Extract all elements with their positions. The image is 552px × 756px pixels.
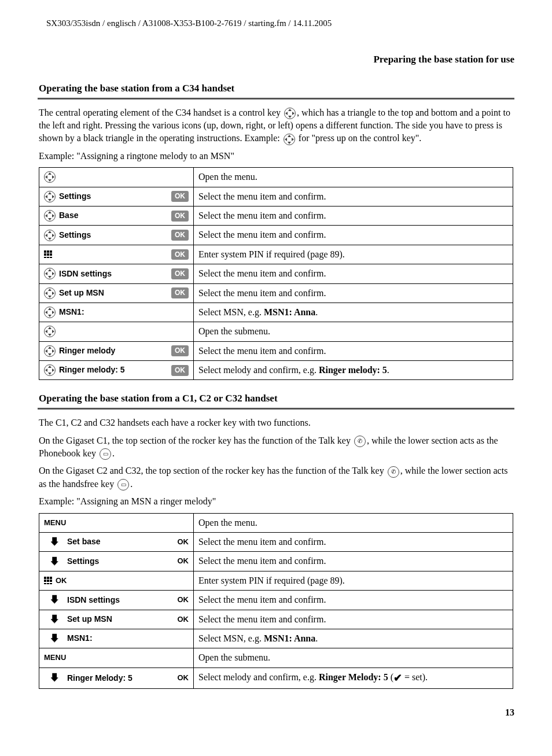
table-row: 🡇Set baseOKSelect the menu item and conf… xyxy=(39,532,513,551)
table-row: OKEnter system PIN if required (page 89)… xyxy=(39,245,513,264)
menu-item-label: Set up MSN xyxy=(67,614,112,625)
check-icon: ✔ xyxy=(393,672,402,684)
step-action-cell: ISDN settingsOK xyxy=(39,264,194,283)
table-row: 🡇ISDN settingsOKSelect the menu item and… xyxy=(39,591,513,610)
ok-label: OK xyxy=(178,614,189,625)
section1-steps-table: Open the menu.SettingsOKSelect the menu … xyxy=(39,167,513,380)
ok-label: OK xyxy=(178,595,189,605)
menu-item-label: MSN1: xyxy=(67,633,93,644)
step-action-cell: 🡇Ringer Melody: 5OK xyxy=(39,668,194,688)
step-description-cell: Select the menu item and confirm. xyxy=(194,264,513,283)
section-rule xyxy=(38,408,514,410)
step-description-cell: Select the menu item and confirm. xyxy=(194,591,513,610)
arrow-down-icon: 🡇 xyxy=(50,537,60,547)
manual-page: SX303/353isdn / englisch / A31008-X353-B… xyxy=(0,0,552,742)
section1-para1: The central operating element of the C34… xyxy=(39,106,513,145)
step-description-cell: Select the menu item and confirm. xyxy=(194,341,513,360)
table-row: SettingsOKSelect the menu item and confi… xyxy=(39,187,513,206)
section1-example-label: Example: "Assigning a ringtone melody to… xyxy=(39,150,513,163)
table-row: Open the submenu. xyxy=(39,322,513,341)
section2-para1: The C1, C2 and C32 handsets each have a … xyxy=(39,416,513,429)
step-action-cell: MENU xyxy=(39,513,194,532)
step-action-cell: Ringer melodyOK xyxy=(39,341,194,360)
ok-button: OK xyxy=(171,191,189,202)
step-description-cell: Select melody and confirm, e.g. Ringer m… xyxy=(194,361,513,380)
step-action-cell: 🡇MSN1: xyxy=(39,629,194,648)
step-description-cell: Select the menu item and confirm. xyxy=(194,283,513,303)
menu-item-label: Ringer Melody: 5 xyxy=(67,673,133,684)
ok-button: OK xyxy=(171,268,189,279)
table-row: OKEnter system PIN if required (page 89)… xyxy=(39,571,513,590)
handsfree-key-icon: ▭ xyxy=(117,479,129,491)
control-key-icon xyxy=(44,191,56,202)
page-title: Preparing the base station for use xyxy=(38,53,514,67)
ok-button: OK xyxy=(171,211,189,222)
step-action-cell: 🡇SettingsOK xyxy=(39,552,194,571)
menu-item-label: Base xyxy=(59,210,78,222)
menu-label: MENU xyxy=(44,518,66,528)
section2-body: The C1, C2 and C32 handsets each have a … xyxy=(38,416,514,689)
step-description-cell: Select MSN, e.g. MSN1: Anna. xyxy=(194,303,513,322)
menu-item-label: MSN1: xyxy=(59,307,84,318)
control-key-icon xyxy=(44,345,56,357)
step-description-cell: Select the menu item and confirm. xyxy=(194,226,513,245)
section1-heading: Operating the base station from a C34 ha… xyxy=(38,82,514,95)
section2-para2: On the Gigaset C1, the top section of th… xyxy=(39,434,513,460)
step-action-cell: 🡇ISDN settingsOK xyxy=(39,591,194,610)
step-action-cell xyxy=(39,322,194,341)
table-row: ISDN settingsOKSelect the menu item and … xyxy=(39,264,513,283)
keypad-icon xyxy=(44,577,52,585)
step-description-cell: Select the menu item and confirm. xyxy=(194,206,513,225)
step-description-cell: Open the submenu. xyxy=(194,648,513,668)
table-row: 🡇Set up MSNOKSelect the menu item and co… xyxy=(39,610,513,629)
step-description-cell: Select the menu item and confirm. xyxy=(194,552,513,571)
control-key-icon xyxy=(44,287,56,299)
table-row: Ringer melodyOKSelect the menu item and … xyxy=(39,341,513,360)
step-action-cell: 🡇Set up MSNOK xyxy=(39,610,194,629)
ok-button: OK xyxy=(171,230,189,241)
header-path: SX303/353isdn / englisch / A31008-X353-B… xyxy=(38,17,514,29)
table-row: MENUOpen the submenu. xyxy=(39,648,513,668)
menu-item-label: Settings xyxy=(59,191,91,202)
menu-label: MENU xyxy=(44,652,66,663)
control-key-icon xyxy=(44,268,56,279)
menu-item-label: Set up MSN xyxy=(59,287,104,299)
step-action-cell: OK xyxy=(39,571,194,590)
ok-button: OK xyxy=(171,365,189,376)
arrow-down-icon: 🡇 xyxy=(50,556,60,567)
step-description-cell: Open the menu. xyxy=(194,513,513,532)
step-description-cell: Select MSN, e.g. MSN1: Anna. xyxy=(194,629,513,648)
control-key-icon xyxy=(44,210,56,222)
control-key-up-icon xyxy=(284,134,295,145)
table-row: MSN1:Select MSN, e.g. MSN1: Anna. xyxy=(39,303,513,322)
step-action-cell: MENU xyxy=(39,648,194,668)
section2-example-label: Example: "Assigning an MSN a ringer melo… xyxy=(39,495,513,508)
step-description-cell: Enter system PIN if required (page 89). xyxy=(194,571,513,590)
section2-steps-table: MENUOpen the menu.🡇Set baseOKSelect the … xyxy=(39,513,513,689)
table-row: Ringer melody: 5OKSelect melody and conf… xyxy=(39,361,513,380)
step-action-cell: 🡇Set baseOK xyxy=(39,532,194,551)
control-key-icon xyxy=(44,230,56,241)
table-row: Set up MSNOKSelect the menu item and con… xyxy=(39,283,513,303)
section2-para3: On the Gigaset C2 and C32, the top secti… xyxy=(39,464,513,491)
control-key-icon xyxy=(44,307,56,318)
section2-heading: Operating the base station from a C1, C2… xyxy=(38,392,514,405)
table-row: 🡇MSN1:Select MSN, e.g. MSN1: Anna. xyxy=(39,629,513,648)
step-description-cell: Select melody and confirm, e.g. Ringer M… xyxy=(194,668,513,688)
control-key-icon xyxy=(44,326,56,337)
menu-item-label: Ringer melody xyxy=(59,345,115,357)
table-row: SettingsOKSelect the menu item and confi… xyxy=(39,226,513,245)
menu-item-label: Settings xyxy=(67,556,99,567)
menu-item-label: ISDN settings xyxy=(59,268,112,280)
table-row: MENUOpen the menu. xyxy=(39,513,513,532)
arrow-down-icon: 🡇 xyxy=(50,633,60,644)
arrow-down-icon: 🡇 xyxy=(50,614,60,625)
step-action-cell: SettingsOK xyxy=(39,226,194,245)
step-action-cell: Set up MSNOK xyxy=(39,283,194,303)
menu-item-label: Set base xyxy=(67,536,101,548)
ok-button: OK xyxy=(171,249,189,260)
arrow-down-icon: 🡇 xyxy=(50,673,60,683)
section-rule xyxy=(38,98,514,99)
step-action-cell: SettingsOK xyxy=(39,187,194,206)
step-action-cell: Ringer melody: 5OK xyxy=(39,361,194,380)
